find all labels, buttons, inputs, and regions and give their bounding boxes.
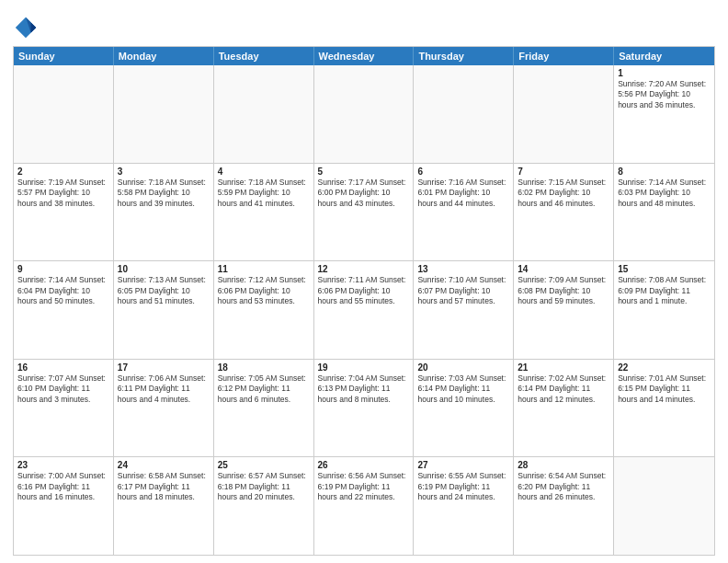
- calendar-cell: 7Sunrise: 7:15 AM Sunset: 6:02 PM Daylig…: [514, 164, 614, 261]
- calendar-cell: 26Sunrise: 6:56 AM Sunset: 6:19 PM Dayli…: [314, 457, 415, 555]
- logo-icon: [13, 15, 39, 40]
- day-number: 23: [17, 460, 109, 470]
- header-cell-tuesday: Tuesday: [214, 47, 314, 65]
- day-number: 26: [318, 460, 410, 470]
- page: SundayMondayTuesdayWednesdayThursdayFrid…: [0, 0, 728, 563]
- calendar-cell: [414, 65, 514, 163]
- calendar-cell: 20Sunrise: 7:03 AM Sunset: 6:14 PM Dayli…: [414, 360, 514, 457]
- calendar-cell: 23Sunrise: 7:00 AM Sunset: 6:16 PM Dayli…: [14, 457, 114, 555]
- day-number: 8: [618, 167, 711, 177]
- calendar-week-0: 1Sunrise: 7:20 AM Sunset: 5:56 PM Daylig…: [14, 65, 714, 163]
- day-number: 9: [17, 264, 109, 274]
- header-cell-sunday: Sunday: [14, 47, 114, 65]
- header-cell-wednesday: Wednesday: [314, 47, 415, 65]
- calendar-cell: [614, 457, 714, 555]
- day-number: 1: [618, 68, 711, 78]
- day-info: Sunrise: 6:55 AM Sunset: 6:19 PM Dayligh…: [417, 471, 509, 502]
- day-number: 10: [118, 264, 210, 274]
- day-number: 7: [518, 167, 609, 177]
- day-info: Sunrise: 7:14 AM Sunset: 6:03 PM Dayligh…: [618, 178, 711, 209]
- calendar: SundayMondayTuesdayWednesdayThursdayFrid…: [13, 46, 715, 556]
- day-number: 20: [417, 362, 509, 373]
- day-number: 12: [318, 264, 410, 274]
- calendar-cell: 24Sunrise: 6:58 AM Sunset: 6:17 PM Dayli…: [114, 457, 214, 555]
- day-number: 24: [118, 460, 210, 470]
- calendar-body: 1Sunrise: 7:20 AM Sunset: 5:56 PM Daylig…: [14, 65, 714, 555]
- day-info: Sunrise: 7:08 AM Sunset: 6:09 PM Dayligh…: [618, 275, 711, 306]
- calendar-cell: 22Sunrise: 7:01 AM Sunset: 6:15 PM Dayli…: [614, 360, 714, 457]
- calendar-cell: 6Sunrise: 7:16 AM Sunset: 6:01 PM Daylig…: [414, 164, 514, 261]
- calendar-cell: 3Sunrise: 7:18 AM Sunset: 5:58 PM Daylig…: [114, 164, 214, 261]
- calendar-cell: 4Sunrise: 7:18 AM Sunset: 5:59 PM Daylig…: [214, 164, 314, 261]
- calendar-week-4: 23Sunrise: 7:00 AM Sunset: 6:16 PM Dayli…: [14, 456, 714, 555]
- day-number: 28: [518, 460, 609, 470]
- logo: [13, 15, 42, 40]
- day-info: Sunrise: 7:00 AM Sunset: 6:16 PM Dayligh…: [17, 471, 109, 502]
- day-number: 16: [17, 362, 109, 373]
- calendar-cell: 17Sunrise: 7:06 AM Sunset: 6:11 PM Dayli…: [114, 360, 214, 457]
- calendar-cell: 15Sunrise: 7:08 AM Sunset: 6:09 PM Dayli…: [614, 261, 714, 359]
- day-info: Sunrise: 7:01 AM Sunset: 6:15 PM Dayligh…: [618, 373, 711, 405]
- calendar-cell: 12Sunrise: 7:11 AM Sunset: 6:06 PM Dayli…: [314, 261, 415, 359]
- day-info: Sunrise: 7:19 AM Sunset: 5:57 PM Dayligh…: [17, 178, 109, 209]
- day-info: Sunrise: 7:10 AM Sunset: 6:07 PM Dayligh…: [417, 275, 509, 306]
- day-number: 5: [318, 167, 410, 177]
- header: [13, 11, 715, 40]
- calendar-cell: 1Sunrise: 7:20 AM Sunset: 5:56 PM Daylig…: [614, 65, 714, 163]
- day-number: 15: [618, 264, 711, 274]
- calendar-week-3: 16Sunrise: 7:07 AM Sunset: 6:10 PM Dayli…: [14, 359, 714, 457]
- day-info: Sunrise: 6:56 AM Sunset: 6:19 PM Dayligh…: [318, 471, 410, 502]
- day-info: Sunrise: 7:03 AM Sunset: 6:14 PM Dayligh…: [417, 373, 509, 405]
- calendar-cell: 25Sunrise: 6:57 AM Sunset: 6:18 PM Dayli…: [214, 457, 314, 555]
- day-info: Sunrise: 7:13 AM Sunset: 6:05 PM Dayligh…: [118, 275, 210, 306]
- day-number: 17: [118, 362, 210, 373]
- calendar-cell: 11Sunrise: 7:12 AM Sunset: 6:06 PM Dayli…: [214, 261, 314, 359]
- calendar-header-row: SundayMondayTuesdayWednesdayThursdayFrid…: [14, 47, 714, 65]
- day-number: 11: [218, 264, 310, 274]
- day-number: 19: [318, 362, 410, 373]
- day-number: 6: [417, 167, 509, 177]
- header-cell-thursday: Thursday: [414, 47, 514, 65]
- calendar-cell: [14, 65, 114, 163]
- day-info: Sunrise: 6:58 AM Sunset: 6:17 PM Dayligh…: [118, 471, 210, 502]
- day-info: Sunrise: 7:18 AM Sunset: 5:58 PM Dayligh…: [118, 178, 210, 209]
- day-number: 3: [118, 167, 210, 177]
- calendar-cell: 2Sunrise: 7:19 AM Sunset: 5:57 PM Daylig…: [14, 164, 114, 261]
- day-info: Sunrise: 6:57 AM Sunset: 6:18 PM Dayligh…: [218, 471, 310, 502]
- day-number: 4: [218, 167, 310, 177]
- day-info: Sunrise: 7:14 AM Sunset: 6:04 PM Dayligh…: [17, 275, 109, 306]
- day-info: Sunrise: 7:05 AM Sunset: 6:12 PM Dayligh…: [218, 373, 310, 405]
- calendar-cell: 8Sunrise: 7:14 AM Sunset: 6:03 PM Daylig…: [614, 164, 714, 261]
- calendar-cell: 21Sunrise: 7:02 AM Sunset: 6:14 PM Dayli…: [514, 360, 614, 457]
- calendar-week-1: 2Sunrise: 7:19 AM Sunset: 5:57 PM Daylig…: [14, 163, 714, 261]
- calendar-cell: [214, 65, 314, 163]
- day-number: 18: [218, 362, 310, 373]
- day-info: Sunrise: 7:04 AM Sunset: 6:13 PM Dayligh…: [318, 373, 410, 405]
- day-info: Sunrise: 7:07 AM Sunset: 6:10 PM Dayligh…: [17, 373, 109, 405]
- day-number: 13: [417, 264, 509, 274]
- header-cell-friday: Friday: [514, 47, 614, 65]
- header-cell-monday: Monday: [114, 47, 214, 65]
- day-info: Sunrise: 7:02 AM Sunset: 6:14 PM Dayligh…: [518, 373, 609, 405]
- day-info: Sunrise: 7:20 AM Sunset: 5:56 PM Dayligh…: [618, 79, 711, 110]
- calendar-cell: 28Sunrise: 6:54 AM Sunset: 6:20 PM Dayli…: [514, 457, 614, 555]
- day-number: 22: [618, 362, 711, 373]
- calendar-cell: [514, 65, 614, 163]
- calendar-cell: [314, 65, 415, 163]
- day-number: 14: [518, 264, 609, 274]
- calendar-cell: 10Sunrise: 7:13 AM Sunset: 6:05 PM Dayli…: [114, 261, 214, 359]
- calendar-cell: 19Sunrise: 7:04 AM Sunset: 6:13 PM Dayli…: [314, 360, 415, 457]
- day-number: 2: [17, 167, 109, 177]
- calendar-cell: 18Sunrise: 7:05 AM Sunset: 6:12 PM Dayli…: [214, 360, 314, 457]
- day-info: Sunrise: 7:11 AM Sunset: 6:06 PM Dayligh…: [318, 275, 410, 306]
- day-number: 21: [518, 362, 609, 373]
- day-info: Sunrise: 6:54 AM Sunset: 6:20 PM Dayligh…: [518, 471, 609, 502]
- day-number: 27: [417, 460, 509, 470]
- calendar-cell: 9Sunrise: 7:14 AM Sunset: 6:04 PM Daylig…: [14, 261, 114, 359]
- day-info: Sunrise: 7:17 AM Sunset: 6:00 PM Dayligh…: [318, 178, 410, 209]
- calendar-cell: 5Sunrise: 7:17 AM Sunset: 6:00 PM Daylig…: [314, 164, 415, 261]
- day-info: Sunrise: 7:16 AM Sunset: 6:01 PM Dayligh…: [417, 178, 509, 209]
- day-info: Sunrise: 7:12 AM Sunset: 6:06 PM Dayligh…: [218, 275, 310, 306]
- header-cell-saturday: Saturday: [614, 47, 714, 65]
- day-info: Sunrise: 7:18 AM Sunset: 5:59 PM Dayligh…: [218, 178, 310, 209]
